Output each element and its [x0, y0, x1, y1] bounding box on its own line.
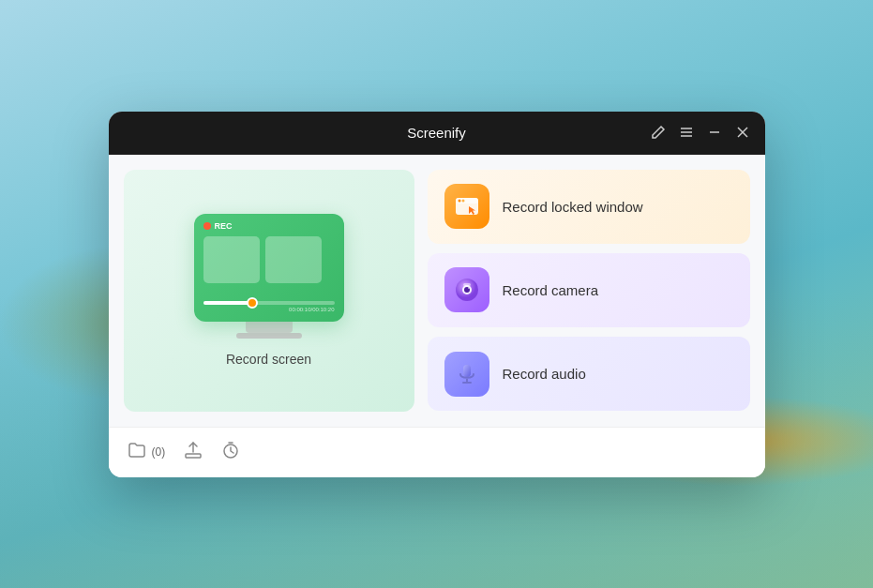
app-window: Screenify	[109, 112, 765, 477]
svg-rect-15	[463, 365, 471, 377]
folder-badge: (0)	[152, 445, 166, 459]
close-icon[interactable]	[735, 125, 750, 142]
timer-icon[interactable]	[221, 441, 240, 464]
rec-label: REC	[215, 221, 233, 231]
monitor-screens	[203, 236, 335, 283]
progress-thumb	[247, 297, 258, 309]
camera-icon	[454, 277, 480, 303]
rec-badge: REC	[203, 221, 233, 231]
microphone-icon	[454, 361, 480, 387]
svg-point-9	[461, 200, 464, 203]
svg-rect-18	[186, 454, 201, 458]
audio-label: Record audio	[503, 366, 586, 382]
menu-icon[interactable]	[679, 125, 694, 142]
svg-point-8	[458, 200, 460, 203]
folder-icon[interactable]	[128, 441, 146, 464]
monitor-base	[236, 333, 302, 339]
progress-fill	[203, 301, 249, 305]
progress-track	[203, 301, 335, 305]
svg-point-13	[468, 287, 470, 289]
rec-dot	[203, 222, 211, 230]
screen-right	[265, 236, 322, 283]
upload-icon[interactable]	[184, 441, 203, 464]
app-title: Screenify	[407, 125, 466, 141]
locked-window-icon-wrapper	[444, 184, 489, 229]
folder-group: (0)	[128, 441, 166, 464]
monitor-illustration: REC 00:00:10/00:10:20	[194, 214, 344, 339]
edit-icon[interactable]	[651, 125, 666, 142]
locked-window-label: Record locked window	[503, 199, 643, 215]
progress-time: 00:00:10/00:10:20	[203, 307, 335, 312]
minimize-icon[interactable]	[707, 125, 722, 142]
record-locked-window-card[interactable]: Record locked window	[428, 170, 750, 244]
right-panel: Record locked window	[428, 170, 750, 412]
progress-bar: 00:00:10/00:10:20	[203, 301, 335, 312]
title-bar: Screenify	[109, 112, 765, 155]
bottom-bar: (0)	[109, 427, 765, 477]
record-screen-card[interactable]: REC 00:00:10/00:10:20	[124, 170, 414, 412]
record-camera-card[interactable]: Record camera	[428, 253, 750, 327]
svg-rect-14	[463, 283, 471, 286]
record-screen-label: Record screen	[226, 352, 311, 367]
audio-icon-wrapper	[444, 352, 489, 397]
locked-window-icon	[454, 193, 480, 219]
record-audio-card[interactable]: Record audio	[428, 337, 750, 411]
monitor-body: REC 00:00:10/00:10:20	[194, 214, 344, 322]
screen-left	[203, 236, 260, 283]
camera-label: Record camera	[503, 282, 599, 298]
title-bar-controls	[651, 125, 750, 142]
monitor-stand	[246, 322, 293, 333]
main-content: REC 00:00:10/00:10:20	[109, 155, 765, 427]
camera-icon-wrapper	[444, 267, 489, 312]
